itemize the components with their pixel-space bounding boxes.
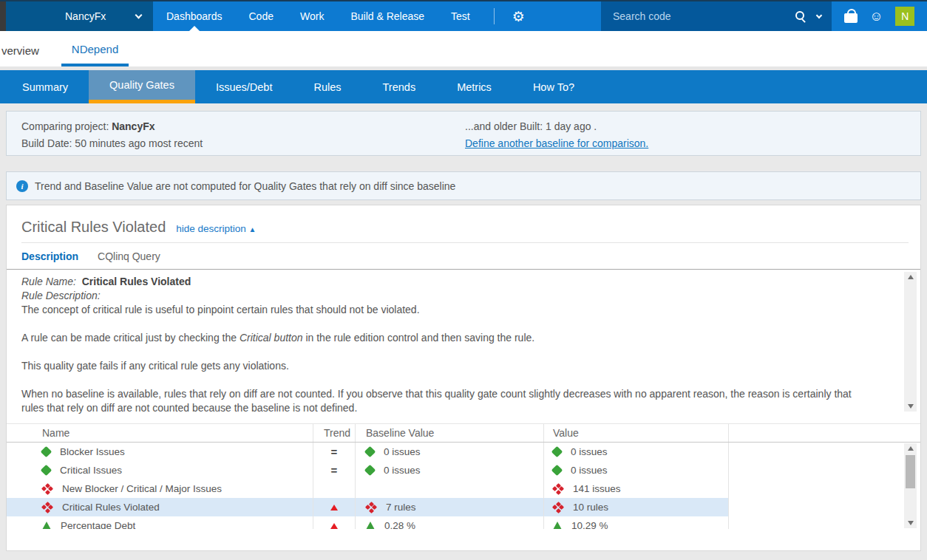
table-row[interactable]: Percentage Debt 0.28 % 10.29 % [7, 516, 920, 529]
older-built-line: ...and older Built: 1 day ago . [465, 118, 920, 135]
menu-divider [494, 8, 495, 24]
menu-item-test[interactable]: Test [438, 1, 483, 31]
main-menu: Dashboards Code Work Build & Release Tes… [153, 1, 483, 31]
project-picker[interactable]: NancyFx [6, 1, 153, 31]
description-scrollbar[interactable] [904, 272, 917, 412]
chevron-down-icon [135, 12, 143, 19]
hub-tab-row: verview NDepend [0, 31, 927, 66]
search-scope-chevron-icon[interactable] [816, 12, 822, 18]
tab-metrics[interactable]: Metrics [436, 70, 512, 103]
table-row[interactable]: Critical Issues = 0 issues 0 issues [7, 461, 920, 479]
tab-rules[interactable]: Rules [293, 70, 361, 103]
green-triangle-icon [366, 522, 375, 529]
baseline-right: ...and older Built: 1 day ago . Define a… [465, 118, 920, 155]
trend-up-red-icon [330, 523, 338, 529]
col-header-value: Value [543, 424, 728, 442]
gate-header: Critical Rules Violated hide description… [21, 219, 909, 243]
green-diamond-icon [551, 446, 563, 458]
col-header-baseline: Baseline Value [355, 424, 543, 442]
smiley-feedback-icon[interactable]: ☺ [869, 10, 883, 23]
red-cluster-icon [553, 502, 563, 513]
notice-text: Trend and Baseline Value are not compute… [35, 180, 455, 192]
green-diamond-icon [41, 446, 52, 458]
description-paragraph: The concept of critical rule is useful t… [21, 303, 876, 317]
search-input[interactable] [611, 10, 794, 23]
description-panel: Rule Name: Critical Rules Violated Rule … [7, 269, 920, 414]
green-triangle-icon [553, 522, 562, 529]
active-caret-icon [189, 26, 200, 31]
hide-description-link[interactable]: hide description ▲ [176, 223, 256, 234]
description-paragraph: This quality gate fails if any critical … [21, 359, 876, 373]
baseline-info-box: Comparing project: NancyFx Build Date: 5… [6, 111, 921, 156]
trend-up-red-icon [330, 505, 338, 511]
table-row-selected[interactable]: Critical Rules Violated 7 rules 10 rules [7, 498, 920, 516]
tab-how-to[interactable]: How To? [512, 70, 595, 103]
green-diamond-icon [364, 465, 376, 477]
table-scrollbar[interactable] [904, 443, 917, 528]
build-date-line: Build Date: 50 minutes ago most recent [21, 135, 465, 152]
red-cluster-icon [42, 502, 52, 513]
avatar[interactable]: N [895, 7, 914, 26]
red-cluster-icon [366, 502, 376, 513]
col-header-trend: Trend [313, 424, 355, 442]
green-diamond-icon [364, 446, 376, 458]
menu-item-dashboards[interactable]: Dashboards [153, 1, 236, 31]
search-icon[interactable] [794, 10, 807, 23]
tab-description[interactable]: Description [21, 250, 78, 262]
trend-equals-icon: = [331, 464, 338, 477]
gate-title: Critical Rules Violated [21, 219, 166, 236]
quality-gate-card: Critical Rules Violated hide description… [6, 205, 921, 551]
define-baseline-link[interactable]: Define another baseline for comparison. [465, 137, 648, 149]
red-cluster-icon [42, 484, 52, 494]
top-bar: NancyFx Dashboards Code Work Build & Rel… [0, 0, 927, 31]
tab-summary[interactable]: Summary [1, 70, 89, 103]
green-triangle-icon [42, 522, 51, 529]
table-header: Name Trend Baseline Value Value [7, 423, 920, 443]
scroll-up-icon[interactable] [908, 275, 914, 279]
green-diamond-icon [551, 465, 563, 477]
project-name: NancyFx [65, 10, 106, 22]
trend-equals-icon: = [331, 445, 338, 458]
green-diamond-icon [41, 465, 52, 477]
col-header-name: Name [7, 424, 313, 442]
tab-quality-gates[interactable]: Quality Gates [89, 70, 195, 103]
scroll-down-icon[interactable] [908, 521, 914, 525]
description-paragraph: When no baseline is available, rules tha… [21, 387, 876, 414]
baseline-left: Comparing project: NancyFx Build Date: 5… [21, 118, 465, 155]
collapse-arrow-icon: ▲ [249, 225, 257, 233]
scrollbar-thumb[interactable] [906, 455, 915, 488]
menu-item-work[interactable]: Work [287, 1, 337, 31]
comparing-project-value: NancyFx [112, 120, 154, 132]
red-cluster-icon [553, 484, 563, 494]
window-edge [0, 1, 6, 31]
rule-name-value: Critical Rules Violated [82, 276, 191, 287]
rule-name-label: Rule Name: [21, 276, 76, 287]
comparing-project-line: Comparing project: NancyFx [21, 118, 465, 135]
menu-item-code[interactable]: Code [236, 1, 287, 31]
tab-issues-debt[interactable]: Issues/Debt [195, 70, 293, 103]
gear-icon[interactable]: ⚙ [505, 1, 532, 31]
table-row[interactable]: Blocker Issues = 0 issues 0 issues [7, 443, 920, 461]
quality-gates-table: Name Trend Baseline Value Value Blocker … [7, 423, 920, 529]
scroll-down-icon[interactable] [908, 404, 914, 409]
table-row[interactable]: New Blocker / Critical / Major Issues 14… [7, 479, 920, 498]
ndepend-nav: Summary Quality Gates Issues/Debt Rules … [0, 70, 927, 103]
description-paragraph: A rule can be made critical just by chec… [21, 331, 876, 345]
hub-tab-overview[interactable]: verview [0, 34, 41, 66]
scroll-up-icon[interactable] [908, 446, 914, 451]
table-body: Blocker Issues = 0 issues 0 issues Criti… [7, 443, 920, 529]
topbar-right: ☺ N [832, 1, 927, 31]
trend-notice-box: i Trend and Baseline Value are not compu… [6, 171, 921, 200]
col-header-empty [728, 424, 920, 442]
tab-cqlinq-query[interactable]: CQlinq Query [98, 250, 160, 262]
rule-description-label: Rule Description: [21, 289, 876, 303]
info-icon: i [16, 180, 28, 192]
menu-item-build-release[interactable]: Build & Release [337, 1, 438, 31]
tab-trends[interactable]: Trends [362, 70, 437, 103]
gate-tabs: Description CQlinq Query [7, 243, 920, 269]
shopping-bag-icon[interactable] [844, 13, 858, 23]
search-box[interactable] [601, 1, 832, 31]
hub-tab-ndepend[interactable]: NDepend [61, 34, 129, 66]
